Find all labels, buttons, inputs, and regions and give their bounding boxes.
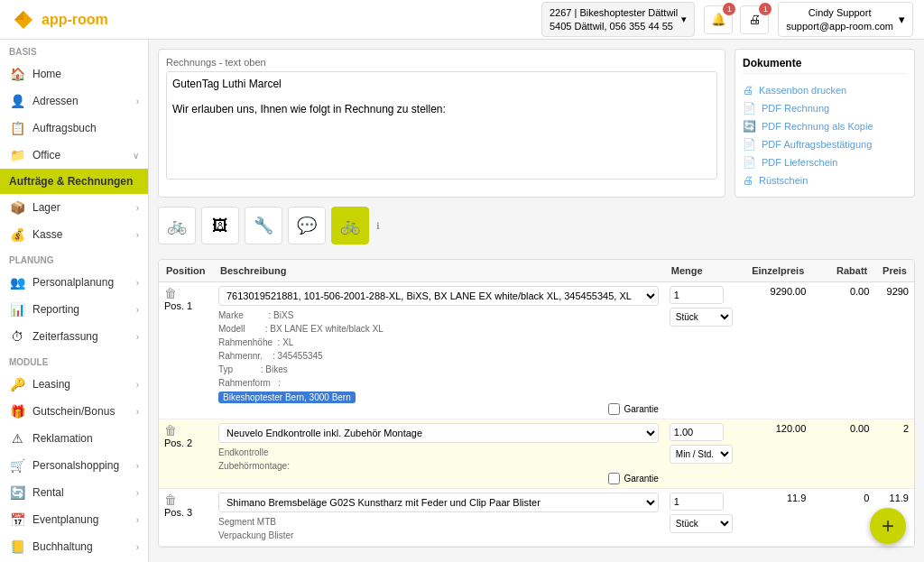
row3-unit-dropdown[interactable]: Stück — [670, 514, 733, 533]
office-icon: 📁 — [9, 148, 25, 162]
print-doc-icon: 🖨 — [743, 84, 753, 97]
lager-icon: 📦 — [9, 200, 25, 215]
row2-unit-dropdown[interactable]: Min / Std. — [670, 445, 733, 464]
chevron-right-icon-4: › — [136, 278, 139, 288]
notification-button[interactable]: 🔔 1 — [704, 5, 733, 34]
reklamation-icon: ⚠ — [9, 431, 25, 446]
kasse-icon: 💰 — [9, 227, 25, 242]
invoice-text-area[interactable]: GutenTag Luthi Marcel Wir erlauben uns, … — [166, 71, 717, 180]
add-fab-button[interactable]: + — [870, 508, 906, 544]
row1-guarantee-checkbox[interactable] — [608, 403, 620, 415]
sidebar-item-label-kasse: Kasse — [32, 228, 62, 241]
sidebar-item-zeiterfassung[interactable]: ⏱ Zeiterfassung › — [0, 323, 148, 350]
sidebar-item-personalplanung[interactable]: 👥 Personalplanung › — [0, 269, 148, 296]
location-box: 2267 | Bikeshoptester Dättwil 5405 Dättw… — [541, 2, 695, 37]
chevron-right-icon-5: › — [136, 305, 139, 315]
table-row: 🗑 Pos. 2 Neuvelo Endkontrolle inkl. Zube… — [159, 419, 914, 489]
row1-pos: Pos. 1 — [164, 300, 208, 311]
doc-kassenbon[interactable]: 🖨 Kassenbon drucken — [743, 81, 907, 99]
row3-delete-button[interactable]: 🗑 — [164, 493, 177, 507]
chevron-right-icon-11: › — [136, 515, 139, 525]
row1-delete-cell: 🗑 Pos. 1 — [159, 282, 213, 419]
row2-guarantee-checkbox[interactable] — [608, 473, 620, 484]
pdf-doc-icon-3: 📄 — [743, 138, 756, 151]
chevron-right-icon-8: › — [136, 407, 139, 417]
sidebar-item-label-leasing: Leasing — [32, 378, 70, 391]
row1-item-dropdown[interactable]: 7613019521881, 101-506-2001-288-XL, BiXS… — [218, 286, 659, 306]
row3-rabatt: 0 — [811, 489, 874, 547]
sidebar: BASIS 🏠 Home 👤 Adressen › 📋 Auftragsbuch… — [0, 40, 149, 562]
sidebar-item-lager[interactable]: 📦 Lager › — [0, 194, 148, 221]
user-menu-button[interactable]: Cindy Support support@app-room.com ▾ — [778, 2, 913, 37]
doc-auftragsbestaetigung[interactable]: 📄 PDF Auftragsbestätigung — [743, 135, 907, 153]
sidebar-item-label-auftragsbuch: Auftragsbuch — [32, 122, 97, 134]
invoice-text-section: Rechnungs - text oben GutenTag Luthi Mar… — [158, 49, 725, 198]
row1-delete-button[interactable]: 🗑 — [164, 286, 177, 300]
sidebar-item-adressen[interactable]: 👤 Adressen › — [0, 88, 148, 115]
buchhaltung-icon: 📒 — [9, 539, 25, 554]
tab-chat[interactable]: 💬 — [288, 207, 326, 244]
sidebar-item-gutschein[interactable]: 🎁 Gutschein/Bonus › — [0, 398, 148, 425]
leasing-icon: 🔑 — [9, 377, 25, 392]
sidebar-item-auftragsbuch[interactable]: 📋 Auftragsbuch — [0, 115, 148, 142]
location-chevron-icon[interactable]: ▾ — [681, 14, 687, 25]
sidebar-item-office[interactable]: 📁 Office ∨ — [0, 142, 148, 169]
row2-desc-cell: Neuvelo Endkontrolle inkl. Zubehör Monta… — [213, 419, 664, 489]
row2-delete-cell: 🗑 Pos. 2 — [159, 419, 213, 489]
doc-pdf-kopie[interactable]: 🔄 PDF Rechnung als Kopie — [743, 117, 907, 135]
row2-rabatt: 0.00 — [811, 419, 874, 489]
sidebar-item-leasing[interactable]: 🔑 Leasing › — [0, 371, 148, 398]
sidebar-item-kasse[interactable]: 💰 Kasse › — [0, 221, 148, 248]
sidebar-item-reporting[interactable]: 📊 Reporting › — [0, 296, 148, 323]
sidebar-item-label-eventplanung: Eventplanung — [32, 513, 98, 526]
sidebar-item-home[interactable]: 🏠 Home — [0, 60, 148, 88]
tab-help-icon: ℹ — [376, 221, 380, 231]
row1-detail: Marke : BiXS Modell : BX LANE EX white/b… — [218, 309, 659, 390]
row3-item-dropdown[interactable]: Shimano Bremsbeläge G02S Kunstharz mit F… — [218, 493, 659, 512]
tab-bike2[interactable]: 🚲 — [331, 207, 369, 244]
tabs-row: 🚲 🖼 🔧 💬 🚲 ℹ — [158, 207, 915, 244]
sidebar-item-personalshopping[interactable]: 🛒 Personalshopping › — [0, 452, 148, 479]
sidebar-item-label-office: Office — [32, 149, 60, 161]
sidebar-item-label-reklamation: Reklamation — [32, 432, 93, 445]
row1-guarantee-row: Garantie — [218, 403, 659, 415]
sidebar-item-buchhaltung[interactable]: 📒 Buchhaltung › — [0, 533, 148, 560]
row1-unit-dropdown[interactable]: Stück — [670, 308, 733, 327]
row1-guarantee-label: Garantie — [624, 404, 658, 414]
tab-tools[interactable]: 🔧 — [245, 207, 282, 244]
chevron-down-icon: ∨ — [133, 151, 139, 161]
documents-panel: Dokumente 🖨 Kassenbon drucken 📄 PDF Rech… — [735, 49, 915, 198]
sidebar-item-rental[interactable]: 🔄 Rental › — [0, 479, 148, 506]
rental-icon: 🔄 — [9, 485, 25, 500]
row3-qty-input[interactable] — [670, 493, 724, 511]
print-button[interactable]: 🖨 1 — [740, 5, 769, 34]
documents-title: Dokumente — [743, 57, 907, 74]
invoice-text-label: Rechnungs - text oben — [166, 57, 717, 68]
pdf-doc-icon-1: 📄 — [743, 102, 756, 115]
doc-ruestschein[interactable]: 🖨 Rüstschein — [743, 171, 907, 189]
chevron-right-icon-9: › — [136, 461, 139, 471]
tab-bike1[interactable]: 🚲 — [158, 207, 196, 244]
zeiterfassung-icon: ⏱ — [9, 329, 25, 344]
chevron-right-icon-3: › — [136, 230, 139, 240]
doc-lieferschein[interactable]: 📄 PDF Lieferschein — [743, 153, 907, 171]
sidebar-item-label-auftraege: Aufträge & Rechnungen — [9, 175, 133, 188]
sidebar-item-auftraege[interactable]: Aufträge & Rechnungen — [0, 169, 148, 194]
chevron-right-icon: › — [136, 97, 139, 106]
row1-qty-input[interactable] — [670, 286, 724, 304]
auftragsbuch-icon: 📋 — [9, 121, 25, 135]
table-row: 🗑 Pos. 1 7613019521881, 101-506-2001-288… — [159, 282, 914, 419]
sidebar-item-reklamation[interactable]: ⚠ Reklamation — [0, 425, 148, 452]
pdf-doc-icon-2: 🔄 — [743, 120, 756, 133]
col-header-menge: Menge — [664, 260, 739, 282]
tab-image[interactable]: 🖼 — [201, 207, 239, 244]
row2-item-dropdown[interactable]: Neuvelo Endkontrolle inkl. Zubehör Monta… — [218, 423, 659, 443]
row2-qty-input[interactable] — [670, 423, 724, 441]
row3-pos: Pos. 3 — [164, 507, 208, 518]
doc-pdf-rechnung[interactable]: 📄 PDF Rechnung — [743, 99, 907, 117]
user-name: Cindy Support — [786, 6, 893, 19]
row1-rabatt: 0.00 — [811, 282, 874, 419]
row2-delete-button[interactable]: 🗑 — [164, 423, 177, 438]
sidebar-item-label-rental: Rental — [32, 486, 64, 499]
sidebar-item-eventplanung[interactable]: 📅 Eventplanung › — [0, 506, 148, 533]
